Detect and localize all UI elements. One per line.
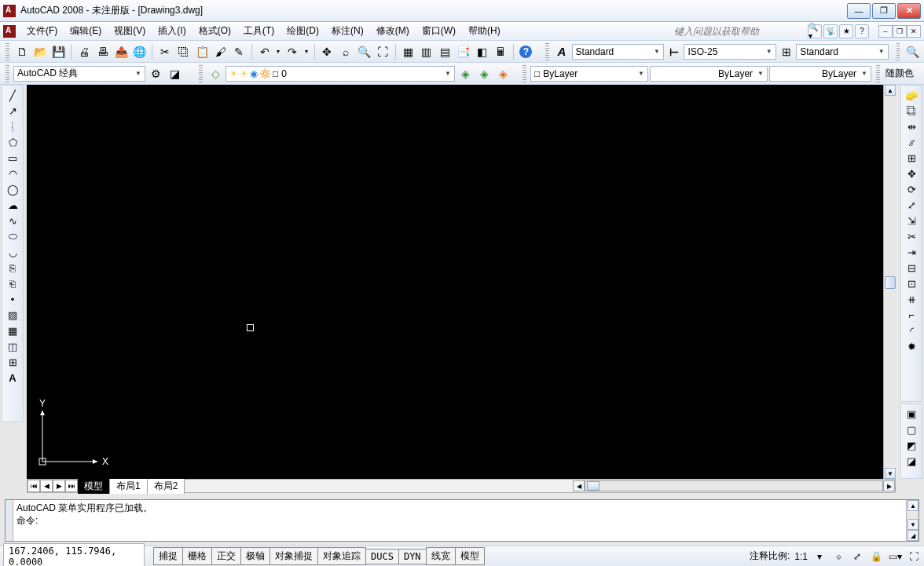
dyn-button[interactable]: DYN xyxy=(398,549,427,564)
maximize-button[interactable]: ❐ xyxy=(872,3,896,19)
draworder-front-icon[interactable]: ▣ xyxy=(903,406,920,422)
menu-view[interactable]: 视图(V) xyxy=(108,22,152,40)
break-point-icon[interactable]: ⊟ xyxy=(903,260,920,276)
menu-format[interactable]: 格式(O) xyxy=(192,22,237,40)
quickcalc-icon[interactable] xyxy=(492,43,509,60)
trim-icon[interactable]: ✂ xyxy=(903,228,920,244)
open-icon[interactable] xyxy=(31,43,49,60)
new-icon[interactable] xyxy=(13,43,31,60)
drawing-area[interactable]: X Y ▲ ▼ xyxy=(27,85,896,479)
spline-icon[interactable]: ∿ xyxy=(4,213,21,228)
make-block-icon[interactable]: ⎗ xyxy=(4,276,21,291)
toolbar-grip[interactable] xyxy=(545,43,549,60)
toolbar-grip[interactable] xyxy=(199,65,203,82)
dim-style-combo[interactable]: ISO-25▼ xyxy=(684,44,776,60)
cut-icon[interactable] xyxy=(156,43,174,60)
help-search-go-icon[interactable]: 🔍▾ xyxy=(808,24,822,38)
circle-icon[interactable]: ◯ xyxy=(4,181,21,197)
hscroll-left-icon[interactable]: ◀ xyxy=(573,480,585,491)
status-lock-icon[interactable]: 🔒 xyxy=(869,550,883,564)
plot-preview-icon[interactable] xyxy=(94,43,112,60)
properties-icon[interactable] xyxy=(400,43,417,60)
toolbar-grip[interactable] xyxy=(876,65,880,82)
layer-combo[interactable]: 0 ▼ xyxy=(226,66,455,82)
hatch-icon[interactable]: ▨ xyxy=(4,307,21,323)
horizontal-scrollbar[interactable] xyxy=(585,480,883,491)
cmd-scroll-down-icon[interactable]: ▼ xyxy=(908,519,918,530)
menu-insert[interactable]: 插入(I) xyxy=(152,22,192,40)
coords-display[interactable]: 167.2406, 115.7946, 0.0000 xyxy=(3,543,145,567)
insert-block-icon[interactable]: ⎘ xyxy=(4,260,21,276)
line-icon[interactable]: ╱ xyxy=(4,87,21,103)
help-icon[interactable]: ? xyxy=(855,24,869,38)
annotation-dropdown-icon[interactable]: ▾ xyxy=(812,550,827,564)
table-style-icon[interactable] xyxy=(778,43,795,60)
zoom-previous-icon[interactable] xyxy=(356,43,373,60)
point-icon[interactable]: • xyxy=(4,291,21,307)
menu-window[interactable]: 窗口(W) xyxy=(416,22,462,40)
plot-icon[interactable] xyxy=(75,43,93,60)
design-center-icon[interactable] xyxy=(418,43,435,60)
menu-help[interactable]: 帮助(H) xyxy=(462,22,507,40)
scale-icon[interactable]: ⤢ xyxy=(903,197,920,213)
join-icon[interactable]: ⧺ xyxy=(903,291,920,307)
scroll-down-icon[interactable]: ▼ xyxy=(885,468,896,479)
scroll-up-icon[interactable]: ▲ xyxy=(885,85,896,96)
extend-icon[interactable]: ⇥ xyxy=(903,244,920,260)
arc-icon[interactable]: ◠ xyxy=(4,166,21,181)
tab-first-icon[interactable]: ⏮ xyxy=(28,480,40,492)
ellipse-arc-icon[interactable]: ◡ xyxy=(4,244,21,260)
layer-manager-icon[interactable] xyxy=(207,65,224,82)
text-style-combo[interactable]: Standard▼ xyxy=(572,44,664,60)
match-props-icon[interactable] xyxy=(212,43,229,60)
mirror-icon[interactable]: ⇹ xyxy=(903,119,920,134)
redo-icon[interactable] xyxy=(284,43,301,60)
favorites-icon[interactable]: ★ xyxy=(839,24,853,38)
rotate-icon[interactable]: ⟳ xyxy=(903,181,920,197)
grid-button[interactable]: 栅格 xyxy=(182,547,212,565)
layer-previous-icon[interactable] xyxy=(475,65,493,82)
zoom-realtime-icon[interactable] xyxy=(337,43,354,60)
menu-file[interactable]: 文件(F) xyxy=(20,22,64,40)
stretch-icon[interactable]: ⇲ xyxy=(903,213,920,228)
move-icon[interactable]: ✥ xyxy=(903,166,920,181)
close-button[interactable]: ✕ xyxy=(897,3,921,19)
otrack-button[interactable]: 对象追踪 xyxy=(317,547,366,565)
undo-dropdown[interactable]: ▾ xyxy=(274,43,282,60)
mtext-icon[interactable]: A xyxy=(4,370,21,385)
menu-modify[interactable]: 修改(M) xyxy=(370,22,416,40)
minimize-button[interactable]: — xyxy=(847,3,871,19)
pan-icon[interactable] xyxy=(319,43,336,60)
clean-screen-icon[interactable]: ⛶ xyxy=(907,550,921,564)
comm-center-icon[interactable]: 📡 xyxy=(823,24,838,38)
hscroll-right-icon[interactable]: ▶ xyxy=(883,480,895,491)
status-tray-icon[interactable]: ▭▾ xyxy=(888,550,902,564)
draworder-below-icon[interactable]: ◪ xyxy=(903,453,920,469)
draworder-above-icon[interactable]: ◩ xyxy=(903,437,920,453)
command-text[interactable]: AutoCAD 菜单实用程序已加载。 命令: xyxy=(13,500,906,541)
zoom-window-icon[interactable] xyxy=(374,43,391,60)
linetype-combo[interactable]: ByLayer▼ xyxy=(650,66,768,82)
menu-edit[interactable]: 编辑(E) xyxy=(64,22,108,40)
array-icon[interactable]: ⊞ xyxy=(903,150,920,166)
annotation-autoscale-icon[interactable]: ⤢ xyxy=(850,550,864,564)
chamfer-icon[interactable]: ⌐ xyxy=(903,307,920,323)
search-icon[interactable] xyxy=(904,43,921,60)
layer-match-icon[interactable] xyxy=(456,65,474,82)
sheet-set-icon[interactable] xyxy=(455,43,472,60)
offset-icon[interactable]: ⫽ xyxy=(903,134,920,150)
redo-dropdown[interactable]: ▾ xyxy=(302,43,310,60)
annotation-scale-value[interactable]: 1:1 xyxy=(794,551,808,562)
table-style-combo[interactable]: Standard▼ xyxy=(796,44,888,60)
snap-button[interactable]: 捕捉 xyxy=(153,547,183,565)
mdi-minimize-button[interactable]: – xyxy=(878,25,893,38)
region-icon[interactable]: ◫ xyxy=(4,338,21,354)
cmd-scroll-grip-icon[interactable]: ◢ xyxy=(908,530,918,541)
tab-prev-icon[interactable]: ◀ xyxy=(40,480,53,492)
tab-model[interactable]: 模型 xyxy=(78,479,110,494)
paste-icon[interactable] xyxy=(193,43,211,60)
ortho-button[interactable]: 正交 xyxy=(211,547,241,565)
save-icon[interactable] xyxy=(50,43,68,60)
vertical-scrollbar[interactable]: ▲ ▼ xyxy=(883,85,896,479)
tab-next-icon[interactable]: ▶ xyxy=(53,480,65,492)
